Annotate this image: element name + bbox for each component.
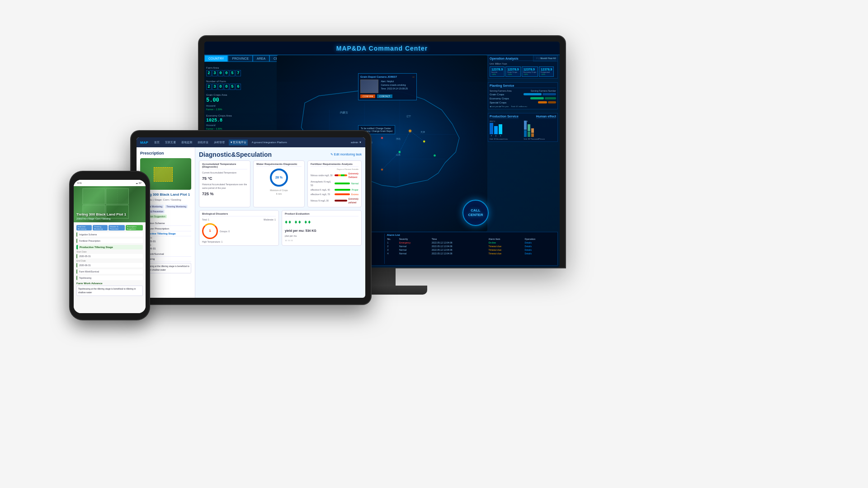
production-unit: Unit: 10 thousand tons — [490, 138, 522, 140]
tablet-menu-home[interactable]: 首页 — [153, 140, 161, 145]
income-box-4: 12378.9 Ectoparasit ↑12% — [539, 66, 554, 77]
phone-topdressing[interactable]: Topdressing — [76, 276, 143, 280]
biological-content: Total: 1 Moderate: 1 1 Groups: 0 High Te… — [202, 218, 276, 244]
tab-province[interactable]: PROVINCE — [228, 55, 253, 62]
income-change-1: ↑12% — [491, 73, 503, 75]
grain-crops-sub: Farmer ↑ 2.39% — [206, 108, 276, 111]
dashboard-header: MAP&DA Command Center FULL SCREEN — [204, 42, 560, 55]
income-box-3: 12378.9 Economy Crops ↑12% — [522, 66, 538, 77]
alarm-item-1: On-line — [488, 241, 524, 244]
page-title-row: Diagnostic&Speculation ✎ Edit monitoring… — [199, 151, 362, 158]
alarm-op-3[interactable]: Details — [524, 248, 555, 252]
tablet-menu-2[interactable]: 基地监测 — [180, 140, 193, 145]
bar-grain — [524, 121, 527, 137]
popup-title: Grain Depot Camera JO8037 ··· — [360, 75, 415, 78]
biological-title: Biological Disasters — [202, 212, 276, 216]
income-val-1: 12378.9 — [491, 68, 503, 71]
fertilizer-row-1: Nitrous oxide mg/L 30 Extremely Deficien… — [311, 172, 359, 179]
tab-timering[interactable]: Timering Monitoring — [165, 205, 188, 208]
farm-count-digits: 2 3 0 0 5 6 — [206, 84, 276, 90]
confirm-button[interactable]: CONFIRM — [360, 94, 375, 98]
tablet-menu-4[interactable]: 乡村管理 — [212, 140, 226, 145]
tablet-sidebar-title: Prescription — [140, 151, 191, 155]
production-service-title: Production Service — [490, 115, 519, 119]
phone-header-content: Tieling 300 Black Land Plot 1 20969 mu |… — [76, 212, 143, 221]
planting-service-title: Planting Service — [490, 84, 556, 88]
phone-advice-text: Topdressing at the tillering stage is be… — [76, 286, 143, 296]
fertilizer-row-5: Nitrous N mg/L 30 Extremely polluted — [311, 197, 359, 204]
fertilizer-row-3: effective-K mg/L 40 Proper — [311, 188, 359, 192]
tablet-menu-3[interactable]: 农机作业 — [196, 140, 210, 145]
income-box-1: 12378.9 Income ↑12% — [490, 66, 505, 77]
income-val-3: 12378.9 — [524, 68, 536, 71]
farm-count-block: Number of Farm 2 3 0 0 5 6 — [206, 80, 276, 90]
income-val-2: 12378.9 — [507, 68, 519, 71]
alarm-table: No. Severity Time Alarm Item Operation — [387, 237, 555, 255]
product-icons: ♦♦ ♦♦ ♦♦ — [285, 218, 359, 226]
grain-crops-label: Grain Crops Area — [206, 94, 276, 96]
income-change-3: ↑12% — [524, 73, 536, 75]
operation-analysis-section: Operation Analysis Month Year All Unit: … — [488, 55, 558, 79]
svg-point-21 — [434, 155, 436, 157]
alarm-item-4: Timeout clue — [488, 252, 524, 255]
fertilizer-row-4: effective-K mg/L 78 Excess — [311, 192, 359, 196]
fertilizer-region-labels: Region of Nutrient Suitable — [311, 168, 359, 171]
grain-crops-unit: thousand — [206, 104, 276, 107]
svg-point-17 — [381, 137, 383, 139]
tablet-platform[interactable]: A ground Integration Platform — [250, 140, 288, 145]
phone-irrigation[interactable]: Irrigation Scheme — [76, 232, 143, 237]
product-sub: ↑↑ ↑↑ ↑↑ — [285, 239, 359, 242]
phone-tag-timering[interactable]: Timering Monitoring — [93, 225, 108, 230]
alarm-item-3: Timeout clue — [488, 248, 524, 252]
tab-country[interactable]: COUNTRY — [204, 55, 228, 62]
farm-area-digits: 2 3 0 0 5 7 — [206, 70, 276, 76]
alarm-row-1: 1 Emergency 2022.05.12 12:04:06 On-line … — [387, 241, 555, 244]
phone-irrigation-section: Irrigation Scheme — [76, 232, 143, 237]
income-change-2: ↑12% — [507, 73, 519, 75]
popup-camera-image — [360, 80, 378, 93]
alarm-op-1[interactable]: Details — [524, 241, 555, 244]
planting-bar-2a — [530, 97, 544, 99]
edit-monitoring-btn[interactable]: ✎ Edit monitoring task — [330, 153, 362, 156]
call-center-circle[interactable]: CALL CENTER — [462, 200, 489, 226]
call-center[interactable]: CALL CENTER — [462, 200, 490, 227]
fcd-2: 3 — [212, 84, 217, 90]
phone-farm-work[interactable]: Farm Work/Survival — [76, 269, 143, 274]
period-selector[interactable]: Month Year All — [541, 57, 556, 60]
bar-2 — [335, 183, 350, 184]
alarm-time-1: 2022.05.12 12:04:06 — [431, 241, 488, 244]
phone-tag-realtime[interactable]: Real-time Monitoring — [76, 225, 92, 230]
tab-area[interactable]: AREA — [253, 55, 269, 62]
tablet-menu-1[interactable]: 互联互通 — [164, 140, 177, 145]
call-center-text: CALL CENTER — [468, 208, 483, 217]
col-severity: Severity — [399, 237, 431, 241]
phone-monitoring-tags: Real-time Monitoring Timering Monitoring… — [76, 225, 143, 230]
product-content: ♦♦ ♦♦ ♦♦ yield per mu: 534 KG plan per m… — [285, 218, 359, 242]
tablet-screen: MAP 首页 互联互通 基地监测 农机作业 乡村管理 ▼世天地平台 A grou… — [137, 137, 365, 298]
alarm-op-2[interactable]: Details — [524, 244, 555, 248]
tablet-admin[interactable]: admin ▼ — [351, 141, 362, 144]
phone-tag-prescription[interactable]: Prescription Suggestion — [126, 225, 143, 230]
farm-count-label: Number of Farm — [206, 80, 276, 83]
temp-card-content: Current Accumulated Temperature 75 °C Hi… — [202, 171, 247, 197]
alarm-op-4[interactable]: Details — [524, 252, 555, 255]
economy-crops-unit: thousand — [206, 124, 276, 127]
planting-bar-2b — [545, 97, 556, 99]
alarm-severity-4: Normal — [399, 252, 431, 255]
production-service-section: Production Service Human effect 2017.1 — [488, 113, 558, 142]
tablet-diagnostic-content: Diagnostic&Speculation ✎ Edit monitoring… — [195, 147, 365, 298]
bar-storage: S — [499, 124, 502, 137]
tablet: MAP 首页 互联互通 基地监测 农机作业 乡村管理 ▼世天地平台 A grou… — [131, 131, 371, 304]
phone-fertilizer[interactable]: Fertilizer Prescription — [76, 239, 143, 243]
unit-label: Unit: Million Yuan — [490, 62, 556, 65]
tablet-menu-5[interactable]: ▼世天地平台 — [229, 140, 248, 145]
grain-crops-value: 5.00 — [206, 97, 276, 103]
contact-button[interactable]: CONTACT — [377, 94, 392, 98]
tablet-main: Prescription Tieling 300 Black Land Plot… — [137, 147, 365, 298]
bar-5 — [335, 200, 347, 202]
phone-start-date: 2020-05-31 — [76, 254, 143, 258]
phone-tillering-title[interactable]: Productive Tillering Stage — [76, 245, 143, 249]
phone-tag-disaster[interactable]: Disaster & Prevention — [108, 225, 125, 230]
svg-text:天津: 天津 — [420, 131, 425, 133]
alarm-row-2: 2 Normal 2022.05.12 12:04:06 Timeout clu… — [387, 244, 555, 248]
